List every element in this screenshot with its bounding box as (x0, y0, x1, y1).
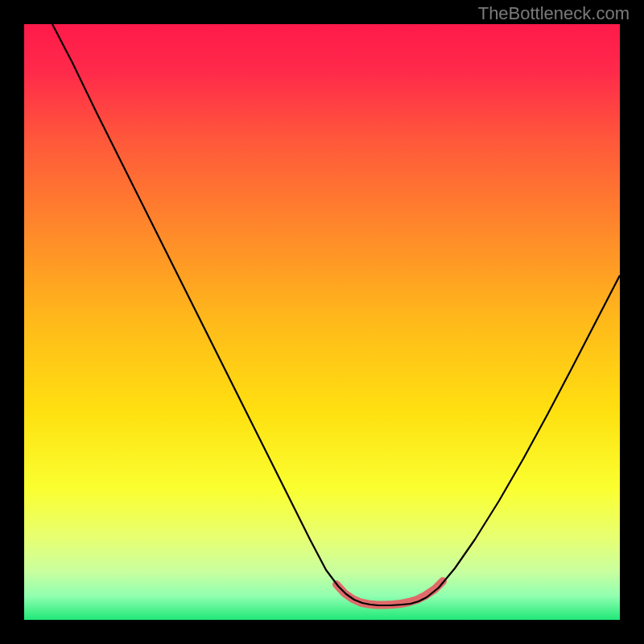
chart-svg (24, 24, 620, 620)
gradient-background (24, 24, 620, 620)
chart-frame (24, 24, 620, 620)
attribution-text: TheBottleneck.com (478, 3, 630, 24)
